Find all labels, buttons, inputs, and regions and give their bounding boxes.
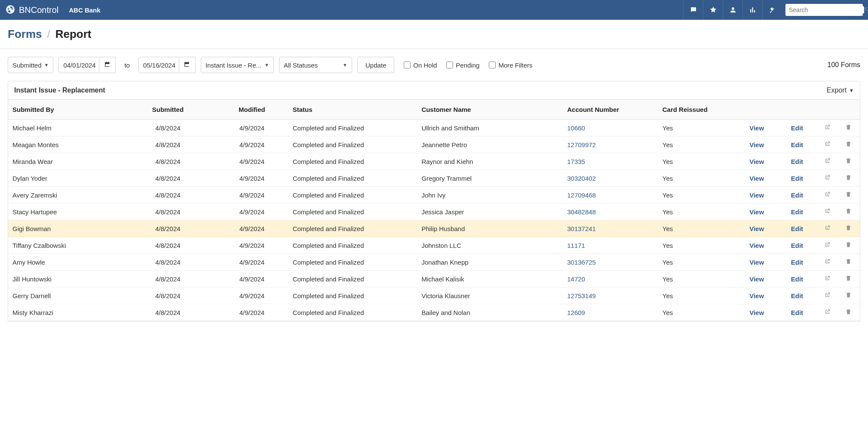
trash-icon[interactable] (845, 124, 852, 132)
table-row[interactable]: Amy Howle4/8/20244/9/2024Completed and F… (8, 254, 860, 271)
pending-checkbox[interactable]: Pending (446, 62, 479, 69)
table-row[interactable]: Stacy Hartupee4/8/20244/9/2024Completed … (8, 204, 860, 220)
account-link[interactable]: 12709468 (567, 191, 596, 199)
onhold-checkbox[interactable]: On Hold (404, 62, 437, 69)
external-link-icon[interactable] (824, 309, 831, 316)
edit-link[interactable]: Edit (791, 191, 803, 199)
trash-icon[interactable] (845, 259, 852, 266)
external-link-icon[interactable] (824, 158, 831, 165)
account-link[interactable]: 11171 (567, 242, 585, 249)
col-status[interactable]: Status (288, 100, 417, 120)
account-link[interactable]: 30320402 (567, 175, 596, 182)
table-row[interactable]: Tiffany Czalbowski4/8/20244/9/2024Comple… (8, 237, 860, 254)
trash-icon[interactable] (845, 225, 852, 232)
view-link[interactable]: View (749, 275, 764, 283)
table-row[interactable]: Meagan Montes4/8/20244/9/2024Completed a… (8, 136, 860, 153)
edit-link[interactable]: Edit (791, 158, 803, 165)
table-row[interactable]: Dylan Yoder4/8/20244/9/2024Completed and… (8, 170, 860, 187)
account-link[interactable]: 17335 (567, 158, 585, 165)
table-row[interactable]: Gigi Bowman4/8/20244/9/2024Completed and… (8, 220, 860, 237)
search-input[interactable] (789, 6, 864, 13)
account-link[interactable]: 14720 (567, 275, 585, 283)
logo[interactable]: BNControl (5, 4, 58, 16)
trash-icon[interactable] (845, 175, 852, 182)
view-link[interactable]: View (749, 225, 764, 232)
account-link[interactable]: 30482848 (567, 208, 596, 216)
view-link[interactable]: View (749, 191, 764, 199)
update-button[interactable]: Update (357, 57, 394, 73)
trash-icon[interactable] (845, 242, 852, 249)
onhold-checkbox-input[interactable] (404, 62, 411, 68)
star-icon[interactable] (703, 0, 723, 20)
account-link[interactable]: 12753149 (567, 292, 596, 299)
trash-icon[interactable] (845, 158, 852, 165)
edit-link[interactable]: Edit (791, 242, 803, 249)
view-link[interactable]: View (749, 242, 764, 249)
edit-link[interactable]: Edit (791, 292, 803, 299)
pending-checkbox-input[interactable] (446, 62, 453, 68)
col-modified[interactable]: Modified (215, 100, 288, 120)
trash-icon[interactable] (845, 141, 852, 148)
edit-link[interactable]: Edit (791, 225, 803, 232)
calendar-to-button[interactable] (179, 57, 196, 73)
trash-icon[interactable] (845, 208, 852, 216)
account-link[interactable]: 30137241 (567, 225, 596, 232)
external-link-icon[interactable] (824, 141, 831, 148)
external-link-icon[interactable] (824, 124, 831, 132)
key-icon[interactable] (762, 0, 782, 20)
col-customer[interactable]: Customer Name (417, 100, 563, 120)
calendar-from-button[interactable] (99, 57, 116, 73)
view-link[interactable]: View (749, 292, 764, 299)
trash-icon[interactable] (845, 309, 852, 316)
search-box[interactable] (785, 4, 863, 16)
chart-icon[interactable] (742, 0, 762, 20)
table-row[interactable]: Jill Huntowski4/8/20244/9/2024Completed … (8, 271, 860, 287)
export-button[interactable]: Export ▼ (827, 86, 854, 94)
col-submitted[interactable]: Submitted (120, 100, 216, 120)
edit-link[interactable]: Edit (791, 259, 803, 266)
table-row[interactable]: Avery Zaremski4/8/20244/9/2024Completed … (8, 187, 860, 204)
col-reissued[interactable]: Card Reissued (658, 100, 736, 120)
date-to-input[interactable]: 05/16/2024 (138, 57, 179, 73)
external-link-icon[interactable] (824, 175, 831, 182)
view-link[interactable]: View (749, 141, 764, 148)
external-link-icon[interactable] (824, 208, 831, 216)
view-link[interactable]: View (749, 259, 764, 266)
view-link[interactable]: View (749, 208, 764, 216)
more-filters-checkbox[interactable]: More Filters (489, 62, 532, 69)
view-link[interactable]: View (749, 124, 764, 132)
form-type-select[interactable]: Instant Issue - Re... ▼ (201, 57, 274, 73)
col-submitted-by[interactable]: Submitted By (8, 100, 120, 120)
view-link[interactable]: View (749, 175, 764, 182)
external-link-icon[interactable] (824, 292, 831, 299)
edit-link[interactable]: Edit (791, 141, 803, 148)
table-row[interactable]: Michael Helm4/8/20244/9/2024Completed an… (8, 120, 860, 136)
edit-link[interactable]: Edit (791, 175, 803, 182)
chat-icon[interactable] (683, 0, 703, 20)
sort-select[interactable]: Submitted ▼ (8, 57, 53, 73)
view-link[interactable]: View (749, 158, 764, 165)
trash-icon[interactable] (845, 275, 852, 283)
external-link-icon[interactable] (824, 259, 831, 266)
account-link[interactable]: 12609 (567, 309, 585, 316)
external-link-icon[interactable] (824, 275, 831, 283)
edit-link[interactable]: Edit (791, 309, 803, 316)
account-link[interactable]: 30136725 (567, 259, 596, 266)
table-row[interactable]: Misty Kharrazi4/8/20244/9/2024Completed … (8, 304, 860, 321)
date-from-input[interactable]: 04/01/2024 (58, 57, 99, 73)
view-link[interactable]: View (749, 309, 764, 316)
external-link-icon[interactable] (824, 225, 831, 232)
user-icon[interactable] (723, 0, 742, 20)
table-row[interactable]: Miranda Wear4/8/20244/9/2024Completed an… (8, 153, 860, 170)
table-row[interactable]: Gerry Darnell4/8/20244/9/2024Completed a… (8, 287, 860, 304)
edit-link[interactable]: Edit (791, 124, 803, 132)
breadcrumb-forms-link[interactable]: Forms (8, 28, 42, 41)
col-account[interactable]: Account Number (563, 100, 658, 120)
external-link-icon[interactable] (824, 242, 831, 249)
edit-link[interactable]: Edit (791, 208, 803, 216)
trash-icon[interactable] (845, 292, 852, 299)
more-filters-checkbox-input[interactable] (489, 62, 496, 68)
external-link-icon[interactable] (824, 191, 831, 199)
account-link[interactable]: 10660 (567, 124, 585, 132)
trash-icon[interactable] (845, 191, 852, 199)
